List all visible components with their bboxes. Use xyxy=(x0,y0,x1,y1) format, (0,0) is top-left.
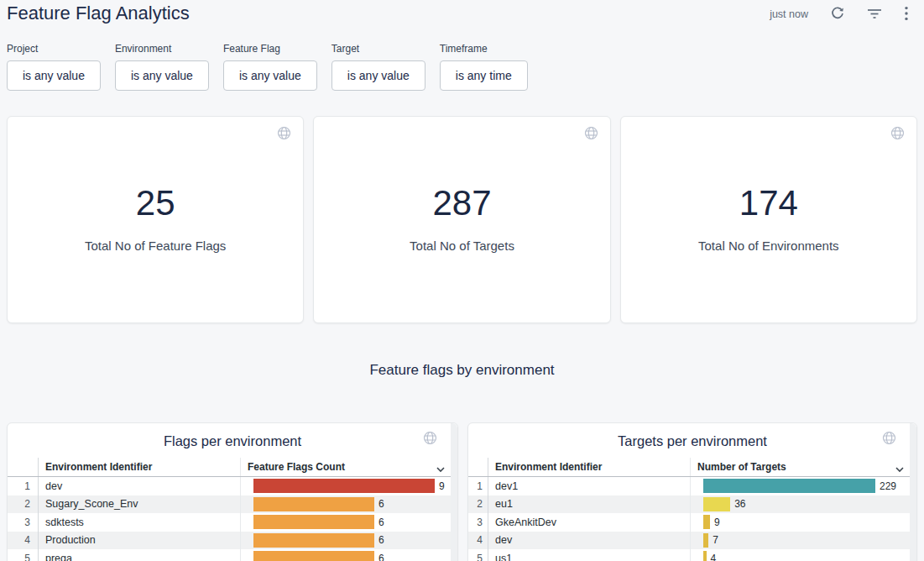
header-actions: just now xyxy=(770,5,909,24)
bar xyxy=(253,533,374,548)
row-index-header xyxy=(8,458,39,476)
explore-globe-button[interactable] xyxy=(882,431,896,448)
explore-globe-button[interactable] xyxy=(584,126,598,143)
table-body: 1 dev 9 2 Sugary_Scone_Env 6 3 xyxy=(8,477,457,561)
flags-table: Environment Identifier Feature Flags Cou… xyxy=(8,458,457,561)
table-row: 5 prega 6 xyxy=(8,549,457,561)
explore-globe-button[interactable] xyxy=(890,126,905,143)
table-row: 3 sdktests 6 xyxy=(8,513,457,532)
value-cell: 229 xyxy=(691,477,916,495)
column-sort-button[interactable] xyxy=(895,463,905,475)
environment-identifier-header: Environment Identifier xyxy=(39,458,241,476)
bar-value: 6 xyxy=(378,498,384,510)
kpi-label: Total No of Targets xyxy=(314,239,609,253)
table-body: 1 dev1 229 2 eu1 36 3 xyxy=(468,477,916,561)
filter-label: Environment xyxy=(115,43,209,55)
targets-table: Environment Identifier Number of Targets… xyxy=(468,458,916,561)
environment-identifier-cell: dev xyxy=(39,477,241,495)
table-row: 1 dev1 229 xyxy=(468,477,916,495)
table-scrollbar[interactable] xyxy=(451,423,457,561)
table-header-row: Environment Identifier Feature Flags Cou… xyxy=(8,458,457,477)
filter-bar: Project is any value Environment is any … xyxy=(7,43,528,91)
filter-target: Target is any value xyxy=(331,43,425,91)
environment-identifier-cell: eu1 xyxy=(488,495,691,514)
more-menu-button[interactable] xyxy=(904,6,909,24)
explore-globe-button[interactable] xyxy=(423,431,437,448)
column-label: Feature Flags Count xyxy=(248,461,345,473)
bar-value: 6 xyxy=(378,516,384,528)
table-row: 2 Sugary_Scone_Env 6 xyxy=(8,495,457,514)
target-filter-button[interactable]: is any value xyxy=(331,60,425,91)
filter-project: Project is any value xyxy=(7,43,101,91)
flags-per-environment-card: Flags per environment Environment Identi… xyxy=(7,422,458,561)
column-sort-button[interactable] xyxy=(436,463,446,475)
bar xyxy=(703,551,707,561)
globe-icon xyxy=(890,126,905,140)
bar xyxy=(253,497,374,511)
filter-timeframe: Timeframe is any time xyxy=(440,43,528,91)
refresh-button[interactable] xyxy=(830,6,845,24)
bar-value: 6 xyxy=(378,553,384,561)
feature-flag-filter-button[interactable]: is any value xyxy=(223,60,317,91)
row-index: 3 xyxy=(8,513,39,532)
environment-identifier-cell: sdktests xyxy=(39,513,241,532)
environment-identifier-cell: Production xyxy=(39,532,241,550)
chevron-down-icon xyxy=(895,466,905,473)
filter-feature-flag: Feature Flag is any value xyxy=(223,43,317,91)
kpi-value: 287 xyxy=(314,117,609,221)
table-header-row: Environment Identifier Number of Targets xyxy=(468,458,916,477)
globe-icon xyxy=(423,431,437,445)
kpi-value: 25 xyxy=(8,117,303,221)
bar xyxy=(253,515,374,529)
row-index: 5 xyxy=(468,549,488,561)
value-cell: 9 xyxy=(241,477,457,495)
last-refreshed-label: just now xyxy=(770,8,808,20)
value-cell: 6 xyxy=(241,513,457,532)
timeframe-filter-button[interactable]: is any time xyxy=(440,60,528,91)
environment-identifier-cell: dev1 xyxy=(488,477,691,495)
row-index: 5 xyxy=(8,549,39,561)
value-cell: 9 xyxy=(691,513,916,532)
explore-globe-button[interactable] xyxy=(277,126,291,143)
environment-identifier-cell: dev xyxy=(488,532,691,550)
table-row: 3 GkeAnkitDev 9 xyxy=(468,513,916,532)
row-index: 4 xyxy=(468,532,488,550)
bar-value: 4 xyxy=(711,553,717,561)
filter-label: Target xyxy=(331,43,425,55)
value-cell: 6 xyxy=(241,532,457,550)
kpi-tile-feature-flags: 25 Total No of Feature Flags xyxy=(7,116,304,323)
bar xyxy=(703,479,875,493)
kpi-tile-targets: 287 Total No of Targets xyxy=(313,116,610,323)
kpi-label: Total No of Feature Flags xyxy=(8,239,303,253)
bar xyxy=(703,515,710,529)
environment-filter-button[interactable]: is any value xyxy=(115,60,209,91)
row-index: 1 xyxy=(8,477,39,495)
table-scrollbar[interactable] xyxy=(910,423,916,561)
kpi-tile-row: 25 Total No of Feature Flags 287 Total N… xyxy=(7,116,917,323)
feature-flags-count-header: Feature Flags Count xyxy=(241,458,457,476)
environment-identifier-header: Environment Identifier xyxy=(488,458,691,476)
section-title: Feature flags by environment xyxy=(0,362,924,379)
value-cell: 6 xyxy=(241,495,457,514)
environment-identifier-cell: Sugary_Scone_Env xyxy=(39,495,241,514)
bar-value: 9 xyxy=(714,516,720,528)
globe-icon xyxy=(277,126,291,140)
kpi-label: Total No of Environments xyxy=(621,239,916,253)
bar-value: 36 xyxy=(734,498,745,510)
row-index: 2 xyxy=(8,495,39,514)
project-filter-button[interactable]: is any value xyxy=(7,60,101,91)
row-index: 2 xyxy=(468,495,488,514)
filter-label: Timeframe xyxy=(440,43,528,55)
chart-title: Targets per environment xyxy=(468,423,916,449)
environment-identifier-cell: prega xyxy=(39,549,241,561)
value-cell: 4 xyxy=(691,549,916,561)
chart-title: Flags per environment xyxy=(8,423,457,449)
filter-label: Project xyxy=(7,43,101,55)
number-of-targets-header: Number of Targets xyxy=(691,458,916,476)
filters-button[interactable] xyxy=(867,6,882,24)
bar-value: 7 xyxy=(713,534,718,546)
filter-label: Feature Flag xyxy=(223,43,317,55)
chart-row: Flags per environment Environment Identi… xyxy=(7,422,917,561)
filter-icon xyxy=(867,6,882,24)
kebab-menu-icon xyxy=(904,6,909,24)
